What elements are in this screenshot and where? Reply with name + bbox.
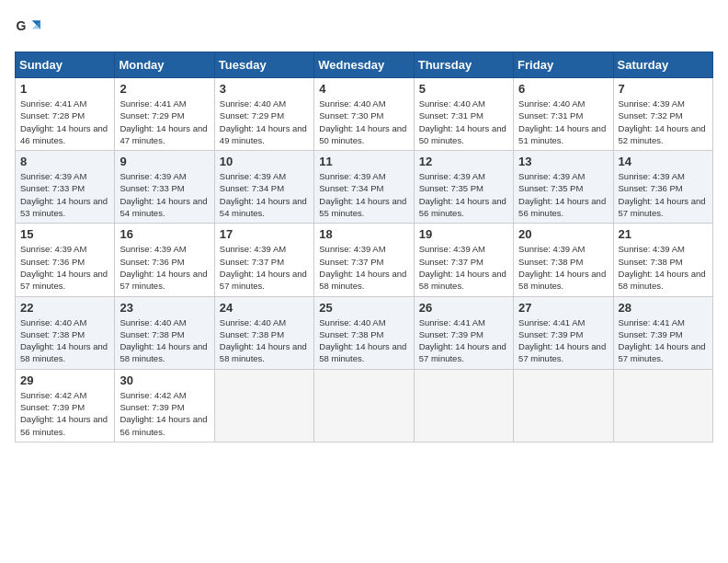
calendar-week-2: 8 Sunrise: 4:39 AMSunset: 7:33 PMDayligh… bbox=[16, 151, 713, 224]
calendar-week-3: 15 Sunrise: 4:39 AMSunset: 7:36 PMDaylig… bbox=[16, 224, 713, 296]
calendar-cell: 14 Sunrise: 4:39 AMSunset: 7:36 PMDaylig… bbox=[613, 151, 712, 224]
day-info: Sunrise: 4:42 AMSunset: 7:39 PMDaylight:… bbox=[20, 390, 108, 437]
day-number: 1 bbox=[20, 82, 109, 96]
day-info: Sunrise: 4:40 AMSunset: 7:30 PMDaylight:… bbox=[319, 98, 406, 145]
day-info: Sunrise: 4:42 AMSunset: 7:39 PMDaylight:… bbox=[119, 390, 207, 437]
calendar-cell: 22 Sunrise: 4:40 AMSunset: 7:38 PMDaylig… bbox=[16, 296, 115, 369]
calendar-cell: 24 Sunrise: 4:40 AMSunset: 7:38 PMDaylig… bbox=[214, 296, 313, 369]
day-info: Sunrise: 4:39 AMSunset: 7:37 PMDaylight:… bbox=[419, 244, 506, 291]
day-number: 9 bbox=[119, 155, 209, 168]
calendar-cell bbox=[314, 369, 414, 442]
day-number: 30 bbox=[119, 373, 209, 387]
day-info: Sunrise: 4:40 AMSunset: 7:31 PMDaylight:… bbox=[419, 98, 506, 145]
day-info: Sunrise: 4:39 AMSunset: 7:34 PMDaylight:… bbox=[319, 171, 406, 218]
day-number: 29 bbox=[20, 373, 109, 387]
day-info: Sunrise: 4:41 AMSunset: 7:29 PMDaylight:… bbox=[119, 98, 207, 145]
calendar-cell: 29 Sunrise: 4:42 AMSunset: 7:39 PMDaylig… bbox=[16, 369, 115, 442]
day-number: 13 bbox=[518, 155, 608, 168]
day-info: Sunrise: 4:39 AMSunset: 7:38 PMDaylight:… bbox=[518, 244, 606, 291]
day-number: 17 bbox=[220, 227, 309, 241]
day-number: 7 bbox=[619, 82, 708, 96]
day-number: 12 bbox=[419, 155, 508, 168]
day-number: 5 bbox=[419, 82, 508, 96]
page-header: G bbox=[15, 15, 713, 40]
day-info: Sunrise: 4:39 AMSunset: 7:32 PMDaylight:… bbox=[619, 98, 706, 145]
day-info: Sunrise: 4:39 AMSunset: 7:37 PMDaylight:… bbox=[319, 244, 406, 291]
day-info: Sunrise: 4:40 AMSunset: 7:38 PMDaylight:… bbox=[220, 317, 307, 364]
day-number: 22 bbox=[20, 301, 109, 315]
calendar-cell: 2 Sunrise: 4:41 AMSunset: 7:29 PMDayligh… bbox=[115, 78, 214, 151]
logo-icon: G bbox=[15, 15, 40, 40]
day-number: 24 bbox=[220, 301, 309, 315]
calendar-cell bbox=[214, 369, 313, 442]
day-number: 8 bbox=[20, 155, 109, 168]
day-info: Sunrise: 4:41 AMSunset: 7:28 PMDaylight:… bbox=[20, 98, 108, 145]
calendar-cell: 26 Sunrise: 4:41 AMSunset: 7:39 PMDaylig… bbox=[414, 296, 513, 369]
day-info: Sunrise: 4:40 AMSunset: 7:38 PMDaylight:… bbox=[20, 317, 108, 364]
day-number: 11 bbox=[319, 155, 408, 168]
day-info: Sunrise: 4:39 AMSunset: 7:37 PMDaylight:… bbox=[220, 244, 307, 291]
calendar-cell: 23 Sunrise: 4:40 AMSunset: 7:38 PMDaylig… bbox=[115, 296, 214, 369]
day-header-saturday: Saturday bbox=[613, 52, 712, 78]
day-header-monday: Monday bbox=[115, 52, 214, 78]
day-number: 3 bbox=[220, 82, 309, 96]
calendar-cell: 18 Sunrise: 4:39 AMSunset: 7:37 PMDaylig… bbox=[314, 224, 414, 296]
day-header-wednesday: Wednesday bbox=[314, 52, 414, 78]
day-info: Sunrise: 4:41 AMSunset: 7:39 PMDaylight:… bbox=[619, 317, 706, 364]
calendar-cell: 1 Sunrise: 4:41 AMSunset: 7:28 PMDayligh… bbox=[16, 78, 115, 151]
calendar-cell bbox=[414, 369, 513, 442]
calendar-cell: 28 Sunrise: 4:41 AMSunset: 7:39 PMDaylig… bbox=[613, 296, 712, 369]
calendar-cell: 8 Sunrise: 4:39 AMSunset: 7:33 PMDayligh… bbox=[16, 151, 115, 224]
calendar-cell: 7 Sunrise: 4:39 AMSunset: 7:32 PMDayligh… bbox=[613, 78, 712, 151]
day-header-thursday: Thursday bbox=[414, 52, 513, 78]
day-info: Sunrise: 4:39 AMSunset: 7:36 PMDaylight:… bbox=[119, 244, 207, 291]
day-number: 15 bbox=[20, 227, 109, 241]
day-info: Sunrise: 4:39 AMSunset: 7:35 PMDaylight:… bbox=[419, 171, 506, 218]
calendar-cell: 9 Sunrise: 4:39 AMSunset: 7:33 PMDayligh… bbox=[115, 151, 214, 224]
calendar-cell: 3 Sunrise: 4:40 AMSunset: 7:29 PMDayligh… bbox=[214, 78, 313, 151]
calendar-week-5: 29 Sunrise: 4:42 AMSunset: 7:39 PMDaylig… bbox=[16, 369, 713, 442]
day-info: Sunrise: 4:40 AMSunset: 7:38 PMDaylight:… bbox=[119, 317, 207, 364]
logo: G bbox=[15, 15, 44, 40]
day-info: Sunrise: 4:41 AMSunset: 7:39 PMDaylight:… bbox=[419, 317, 506, 364]
svg-text:G: G bbox=[17, 18, 27, 33]
day-info: Sunrise: 4:39 AMSunset: 7:33 PMDaylight:… bbox=[20, 171, 108, 218]
calendar-week-1: 1 Sunrise: 4:41 AMSunset: 7:28 PMDayligh… bbox=[16, 78, 713, 151]
calendar-cell: 17 Sunrise: 4:39 AMSunset: 7:37 PMDaylig… bbox=[214, 224, 313, 296]
day-header-sunday: Sunday bbox=[16, 52, 115, 78]
calendar-cell: 20 Sunrise: 4:39 AMSunset: 7:38 PMDaylig… bbox=[514, 224, 613, 296]
day-number: 25 bbox=[319, 301, 408, 315]
calendar-cell: 15 Sunrise: 4:39 AMSunset: 7:36 PMDaylig… bbox=[16, 224, 115, 296]
day-info: Sunrise: 4:41 AMSunset: 7:39 PMDaylight:… bbox=[518, 317, 606, 364]
calendar-table: SundayMondayTuesdayWednesdayThursdayFrid… bbox=[15, 52, 713, 442]
calendar-cell: 19 Sunrise: 4:39 AMSunset: 7:37 PMDaylig… bbox=[414, 224, 513, 296]
calendar-week-4: 22 Sunrise: 4:40 AMSunset: 7:38 PMDaylig… bbox=[16, 296, 713, 369]
calendar-cell: 25 Sunrise: 4:40 AMSunset: 7:38 PMDaylig… bbox=[314, 296, 414, 369]
calendar-cell: 27 Sunrise: 4:41 AMSunset: 7:39 PMDaylig… bbox=[514, 296, 613, 369]
day-info: Sunrise: 4:39 AMSunset: 7:38 PMDaylight:… bbox=[619, 244, 706, 291]
day-number: 19 bbox=[419, 227, 508, 241]
day-number: 4 bbox=[319, 82, 408, 96]
day-header-tuesday: Tuesday bbox=[214, 52, 313, 78]
day-number: 23 bbox=[119, 301, 209, 315]
day-info: Sunrise: 4:40 AMSunset: 7:31 PMDaylight:… bbox=[518, 98, 606, 145]
day-info: Sunrise: 4:40 AMSunset: 7:29 PMDaylight:… bbox=[220, 98, 307, 145]
calendar-cell: 21 Sunrise: 4:39 AMSunset: 7:38 PMDaylig… bbox=[613, 224, 712, 296]
day-number: 28 bbox=[619, 301, 708, 315]
day-number: 21 bbox=[619, 227, 708, 241]
day-header-friday: Friday bbox=[514, 52, 613, 78]
day-info: Sunrise: 4:39 AMSunset: 7:34 PMDaylight:… bbox=[220, 171, 307, 218]
calendar-cell bbox=[514, 369, 613, 442]
day-info: Sunrise: 4:39 AMSunset: 7:36 PMDaylight:… bbox=[619, 171, 706, 218]
day-info: Sunrise: 4:39 AMSunset: 7:36 PMDaylight:… bbox=[20, 244, 108, 291]
day-number: 27 bbox=[518, 301, 608, 315]
calendar-cell: 6 Sunrise: 4:40 AMSunset: 7:31 PMDayligh… bbox=[514, 78, 613, 151]
day-info: Sunrise: 4:40 AMSunset: 7:38 PMDaylight:… bbox=[319, 317, 406, 364]
day-number: 10 bbox=[220, 155, 309, 168]
calendar-header-row: SundayMondayTuesdayWednesdayThursdayFrid… bbox=[16, 52, 713, 78]
day-number: 20 bbox=[518, 227, 608, 241]
calendar-cell: 12 Sunrise: 4:39 AMSunset: 7:35 PMDaylig… bbox=[414, 151, 513, 224]
calendar-cell: 16 Sunrise: 4:39 AMSunset: 7:36 PMDaylig… bbox=[115, 224, 214, 296]
day-number: 16 bbox=[119, 227, 209, 241]
day-number: 26 bbox=[419, 301, 508, 315]
